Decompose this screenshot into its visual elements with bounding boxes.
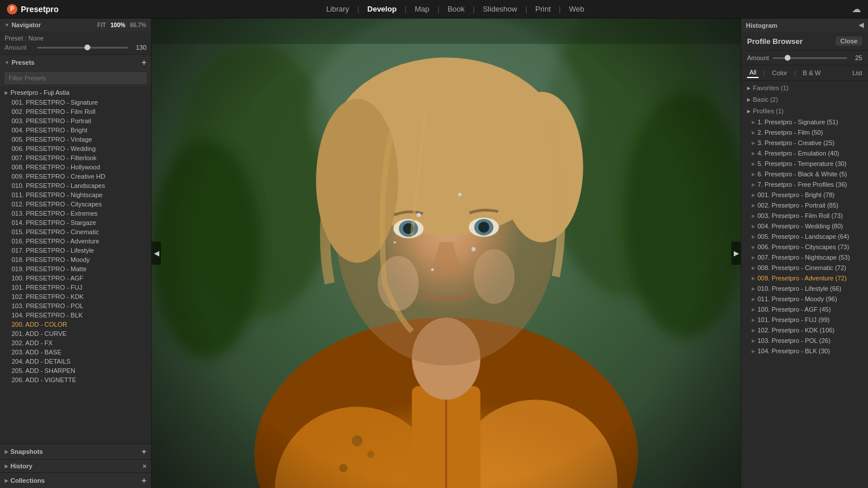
profile-item[interactable]: ▶008. Presetpro - Cinematic (72): [741, 263, 868, 273]
preset-items-list: 001. PRESETPRO - Signature002. PRESETPRO…: [0, 98, 151, 385]
preset-item[interactable]: 013. PRESETPRO - Extremes: [0, 209, 151, 218]
preset-item[interactable]: 203. ADD - BASE: [0, 347, 151, 357]
profile-item[interactable]: ▶010. Presetpro - Lifestyle (66): [741, 283, 868, 294]
profile-item[interactable]: ▶005. Presetpro - Landscape (64): [741, 231, 868, 242]
profile-item[interactable]: ▶002. Presetpro - Portrait (85): [741, 200, 868, 210]
preset-item[interactable]: 101. PRESETPRO - FUJ: [0, 283, 151, 292]
profile-item[interactable]: ▶102. Presetpro - KDK (106): [741, 325, 868, 335]
profile-item[interactable]: ▶2. Presetpro - Film (50): [741, 127, 868, 138]
preset-group-fuji[interactable]: ▶ Presetpro - Fuji Astia: [0, 87, 151, 98]
preset-item[interactable]: 011. PRESETPRO - Nightscape: [0, 190, 151, 199]
presets-header[interactable]: ▼ Presets +: [0, 55, 151, 70]
cloud-icon[interactable]: ☁: [852, 3, 861, 14]
profile-item[interactable]: ▶1. Presetpro - Signature (51): [741, 117, 868, 127]
preset-item[interactable]: 103. PRESETPRO - POL: [0, 301, 151, 310]
profile-item[interactable]: ▶001. Presetpro - Bright (78): [741, 190, 868, 200]
profile-items: ▶1. Presetpro - Signature (51)▶2. Preset…: [741, 117, 868, 356]
histogram-collapse-icon[interactable]: ◀: [859, 21, 863, 29]
prev-arrow[interactable]: ◀: [152, 242, 161, 265]
zoom-100[interactable]: 100%: [111, 22, 126, 28]
navigator-header[interactable]: ▼ Navigator FIT 100% 66.7%: [0, 19, 151, 31]
preset-item[interactable]: 018. PRESETPRO - Moody: [0, 255, 151, 264]
zoom-fit[interactable]: FIT: [97, 22, 106, 28]
profile-item[interactable]: ▶103. Presetpro - POL (26): [741, 335, 868, 346]
profile-item[interactable]: ▶7. Presetpro - Free Profiles (36): [741, 179, 868, 190]
profile-item[interactable]: ▶101. Presetpro - FUJ (99): [741, 315, 868, 325]
amount-slider[interactable]: [37, 47, 128, 49]
preset-item[interactable]: 200. ADD - COLOR: [0, 320, 151, 329]
preset-item[interactable]: 204. ADD - DETAILS: [0, 357, 151, 366]
preset-item[interactable]: 100. PRESETPRO - AGF: [0, 273, 151, 283]
profile-browser-close[interactable]: Close: [836, 36, 862, 46]
preset-item[interactable]: 001. PRESETPRO - Signature: [0, 98, 151, 107]
collections-panel[interactable]: ▶ Collections +: [0, 472, 151, 488]
profile-group[interactable]: ▶Favorites (1): [741, 82, 868, 94]
nav-develop[interactable]: Develop: [359, 5, 405, 13]
nav-library[interactable]: Library: [318, 5, 358, 13]
preset-item[interactable]: 019. PRESETPRO - Matte: [0, 264, 151, 273]
preset-item[interactable]: 002. PRESETPRO - Film Roll: [0, 107, 151, 116]
snapshots-panel[interactable]: ▶ Snapshots +: [0, 443, 151, 459]
profile-amount-slider[interactable]: [773, 57, 847, 59]
history-close-btn[interactable]: ×: [143, 463, 146, 469]
preset-item[interactable]: 004. PRESETPRO - Bright: [0, 125, 151, 135]
svg-rect-33: [152, 19, 741, 488]
profile-item[interactable]: ▶009. Presetpro - Adventure (72): [741, 273, 868, 283]
profile-list-btn[interactable]: List: [852, 69, 862, 76]
profile-item[interactable]: ▶3. Presetpro - Creative (25): [741, 138, 868, 148]
profile-group[interactable]: ▶Basic (2): [741, 94, 868, 105]
nav-book[interactable]: Book: [439, 5, 473, 13]
preset-item[interactable]: 102. PRESETPRO - KDK: [0, 292, 151, 301]
profile-item[interactable]: ▶4. Presetpro - Emulation (40): [741, 148, 868, 158]
preset-item[interactable]: 007. PRESETPRO - Filterlook: [0, 153, 151, 162]
profile-browser-header: Profile Browser Close: [741, 32, 868, 51]
profile-item[interactable]: ▶006. Presetpro - Cityscapes (73): [741, 242, 868, 252]
collections-add-btn[interactable]: +: [142, 476, 146, 485]
photo-image: [152, 19, 741, 488]
preset-item[interactable]: 016. PRESETPRO - Adventure: [0, 236, 151, 246]
snapshots-add-btn[interactable]: +: [142, 447, 146, 456]
profile-tabs: All | Color | B & W List: [741, 65, 868, 81]
next-arrow[interactable]: ▶: [731, 242, 741, 265]
preset-item[interactable]: 206. ADD - VIGNETTE: [0, 375, 151, 385]
preset-item[interactable]: 205. ADD - SHARPEN: [0, 366, 151, 375]
preset-item[interactable]: 014. PRESETPRO - Stargaze: [0, 218, 151, 227]
preset-item[interactable]: 104. PRESETPRO - BLK: [0, 310, 151, 320]
navigator-zoom: FIT 100% 66.7%: [97, 22, 146, 28]
preset-item[interactable]: 017. PRESETPRO - Lifestyle: [0, 246, 151, 255]
preset-item[interactable]: 006. PRESETPRO - Wedding: [0, 144, 151, 153]
history-panel[interactable]: ▶ History ×: [0, 459, 151, 472]
preset-item[interactable]: 201. ADD - CURVE: [0, 329, 151, 338]
preset-item[interactable]: 005. PRESETPRO - Vintage: [0, 135, 151, 144]
snapshots-label: Snapshots: [10, 448, 43, 455]
preset-item[interactable]: 010. PRESETPRO - Landscapes: [0, 181, 151, 190]
preset-item[interactable]: 202. ADD - FX: [0, 338, 151, 347]
profile-item[interactable]: ▶6. Presetpro - Black & White (5): [741, 169, 868, 179]
preset-item[interactable]: 012. PRESETPRO - Cityscapes: [0, 199, 151, 209]
tab-color[interactable]: Color: [770, 68, 789, 77]
profile-browser-panel: Profile Browser Close Amount 25 All | Co…: [741, 32, 868, 81]
preset-item[interactable]: 003. PRESETPRO - Portrait: [0, 116, 151, 125]
profile-item[interactable]: ▶104. Presetpro - BLK (30): [741, 346, 868, 356]
navigator-triangle: ▼: [5, 23, 9, 28]
profile-item[interactable]: ▶100. Presetpro - AGF (45): [741, 304, 868, 315]
histogram-header[interactable]: Histogram ◀: [741, 19, 868, 32]
presets-add-btn[interactable]: +: [142, 58, 146, 67]
nav-web[interactable]: Web: [561, 5, 593, 13]
profile-item[interactable]: ▶007. Presetpro - Nightscape (53): [741, 252, 868, 263]
profile-item[interactable]: ▶011. Presetpro - Moody (96): [741, 294, 868, 304]
tab-all[interactable]: All: [747, 68, 759, 78]
search-input[interactable]: [5, 72, 146, 84]
profile-item[interactable]: ▶004. Presetpro - Wedding (80): [741, 221, 868, 231]
profile-group[interactable]: ▶Profiles (1): [741, 105, 868, 117]
tab-bw[interactable]: B & W: [800, 68, 823, 77]
nav-map[interactable]: Map: [407, 5, 437, 13]
nav-slideshow[interactable]: Slideshow: [475, 5, 525, 13]
preset-item[interactable]: 008. PRESETPRO - Hollywood: [0, 162, 151, 172]
profile-item[interactable]: ▶5. Presetpro - Temperature (30): [741, 158, 868, 169]
nav-print[interactable]: Print: [527, 5, 559, 13]
preset-item[interactable]: 009. PRESETPRO - Creative HD: [0, 172, 151, 181]
profile-item[interactable]: ▶003. Presetpro - Film Roll (73): [741, 210, 868, 221]
zoom-66[interactable]: 66.7%: [130, 22, 146, 28]
preset-item[interactable]: 015. PRESETPRO - Cinematic: [0, 227, 151, 236]
